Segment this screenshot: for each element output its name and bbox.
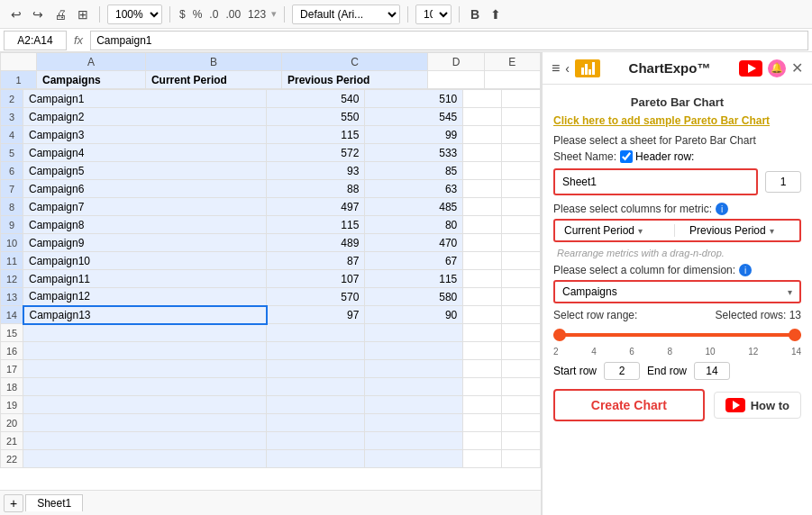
cell-22e[interactable] bbox=[502, 450, 541, 468]
cell-5a[interactable]: Campaign4 bbox=[23, 144, 267, 162]
end-row-input[interactable]: 14 bbox=[694, 362, 730, 380]
cell-8a[interactable]: Campaign7 bbox=[23, 198, 267, 216]
menu-icon-button[interactable]: ≡ bbox=[552, 60, 560, 77]
cell-11b[interactable]: 87 bbox=[267, 252, 365, 270]
cell-1c[interactable]: Previous Period bbox=[281, 71, 427, 89]
cell-1e[interactable] bbox=[484, 71, 540, 89]
add-sheet-button[interactable]: + bbox=[4, 494, 23, 512]
cell-15e[interactable] bbox=[502, 324, 541, 342]
sheet-table-wrapper[interactable]: A B C D E 1 Campaigns Current Period Pre… bbox=[0, 52, 541, 490]
cell-11d[interactable] bbox=[463, 252, 502, 270]
cell-17a[interactable] bbox=[23, 360, 267, 378]
cell-10b[interactable]: 489 bbox=[267, 234, 365, 252]
cell-13c[interactable]: 580 bbox=[365, 288, 463, 306]
cell-20a[interactable] bbox=[23, 414, 267, 432]
cell-9c[interactable]: 80 bbox=[365, 216, 463, 234]
cell-8c[interactable]: 485 bbox=[365, 198, 463, 216]
cell-16a[interactable] bbox=[23, 342, 267, 360]
cell-6d[interactable] bbox=[463, 162, 502, 180]
cell-10e[interactable] bbox=[502, 234, 541, 252]
cell-12a[interactable]: Campaign11 bbox=[23, 270, 267, 288]
slider-left-thumb[interactable] bbox=[553, 329, 566, 341]
sheet-tab-sheet1[interactable]: Sheet1 bbox=[25, 494, 83, 511]
cell-16b[interactable] bbox=[267, 342, 365, 360]
cell-17c[interactable] bbox=[365, 360, 463, 378]
cell-3d[interactable] bbox=[463, 108, 502, 126]
dimension-select[interactable]: Campaigns bbox=[562, 285, 784, 298]
cell-6e[interactable] bbox=[502, 162, 541, 180]
cell-12e[interactable] bbox=[502, 270, 541, 288]
cell-16e[interactable] bbox=[502, 342, 541, 360]
bold-button[interactable]: B bbox=[467, 5, 483, 23]
cell-17e[interactable] bbox=[502, 360, 541, 378]
header-row-checkbox[interactable] bbox=[620, 150, 633, 163]
cell-22a[interactable] bbox=[23, 450, 267, 468]
cell-13d[interactable] bbox=[463, 288, 502, 306]
cell-10d[interactable] bbox=[463, 234, 502, 252]
cell-8e[interactable] bbox=[502, 198, 541, 216]
cell-3a[interactable]: Campaign2 bbox=[23, 108, 267, 126]
metric2-select[interactable]: Previous Period ▾ bbox=[686, 224, 794, 237]
cell-17d[interactable] bbox=[463, 360, 502, 378]
print-button[interactable]: 🖨 bbox=[50, 5, 70, 23]
font-size-select[interactable]: 10 bbox=[415, 5, 452, 24]
cell-5d[interactable] bbox=[463, 144, 502, 162]
cell-9d[interactable] bbox=[463, 216, 502, 234]
redo-button[interactable]: ↪ bbox=[29, 5, 47, 23]
cell-22c[interactable] bbox=[365, 450, 463, 468]
cell-3e[interactable] bbox=[502, 108, 541, 126]
cell-6b[interactable]: 93 bbox=[267, 162, 365, 180]
back-button[interactable]: ‹ bbox=[565, 61, 570, 76]
cell-11e[interactable] bbox=[502, 252, 541, 270]
cell-2b[interactable]: 540 bbox=[267, 90, 365, 108]
cell-19e[interactable] bbox=[502, 396, 541, 414]
dimension-info-icon[interactable]: i bbox=[739, 264, 752, 276]
cell-21a[interactable] bbox=[23, 432, 267, 450]
metric1-select[interactable]: Current Period ▾ bbox=[561, 224, 669, 237]
cell-13a[interactable]: Campaign12 bbox=[23, 288, 267, 306]
youtube-icon[interactable] bbox=[739, 60, 762, 77]
cell-2d[interactable] bbox=[463, 90, 502, 108]
cell-19c[interactable] bbox=[365, 396, 463, 414]
cell-12b[interactable]: 107 bbox=[267, 270, 365, 288]
cell-14c[interactable]: 90 bbox=[365, 306, 463, 324]
cell-4b[interactable]: 115 bbox=[267, 126, 365, 144]
undo-button[interactable]: ↩ bbox=[7, 5, 25, 23]
cell-20b[interactable] bbox=[267, 414, 365, 432]
cell-15b[interactable] bbox=[267, 324, 365, 342]
cell-2a[interactable]: Campaign1 bbox=[23, 90, 267, 108]
cell-17b[interactable] bbox=[267, 360, 365, 378]
cell-7c[interactable]: 63 bbox=[365, 180, 463, 198]
cell-21c[interactable] bbox=[365, 432, 463, 450]
cell-9a[interactable]: Campaign8 bbox=[23, 216, 267, 234]
cell-12d[interactable] bbox=[463, 270, 502, 288]
cell-11c[interactable]: 67 bbox=[365, 252, 463, 270]
cell-11a[interactable]: Campaign10 bbox=[23, 252, 267, 270]
cell-6a[interactable]: Campaign5 bbox=[23, 162, 267, 180]
cell-15a[interactable] bbox=[23, 324, 267, 342]
sample-link[interactable]: Click here to add sample Pareto Bar Char… bbox=[553, 114, 801, 127]
start-row-input[interactable]: 2 bbox=[604, 362, 640, 380]
formula-input[interactable]: Campaign1 bbox=[90, 31, 808, 50]
col-header-e[interactable]: E bbox=[484, 53, 540, 71]
format-button[interactable]: ⊞ bbox=[74, 5, 92, 23]
notification-icon[interactable]: 🔔 bbox=[768, 59, 786, 77]
cell-22d[interactable] bbox=[463, 450, 502, 468]
cell-4e[interactable] bbox=[502, 126, 541, 144]
cell-5c[interactable]: 533 bbox=[365, 144, 463, 162]
font-select[interactable]: Default (Ari... bbox=[292, 5, 400, 24]
cell-14b[interactable]: 97 bbox=[267, 306, 365, 324]
expand-button[interactable]: ⬆ bbox=[487, 5, 505, 23]
cell-8d[interactable] bbox=[463, 198, 502, 216]
header-row-input[interactable]: 1 bbox=[765, 171, 801, 193]
cell-4c[interactable]: 99 bbox=[365, 126, 463, 144]
cell-1b[interactable]: Current Period bbox=[145, 71, 281, 89]
cell-2e[interactable] bbox=[502, 90, 541, 108]
cell-18d[interactable] bbox=[463, 378, 502, 396]
cell-10c[interactable]: 470 bbox=[365, 234, 463, 252]
cell-21d[interactable] bbox=[463, 432, 502, 450]
cell-19b[interactable] bbox=[267, 396, 365, 414]
cell-7b[interactable]: 88 bbox=[267, 180, 365, 198]
cell-18a[interactable] bbox=[23, 378, 267, 396]
cell-9e[interactable] bbox=[502, 216, 541, 234]
